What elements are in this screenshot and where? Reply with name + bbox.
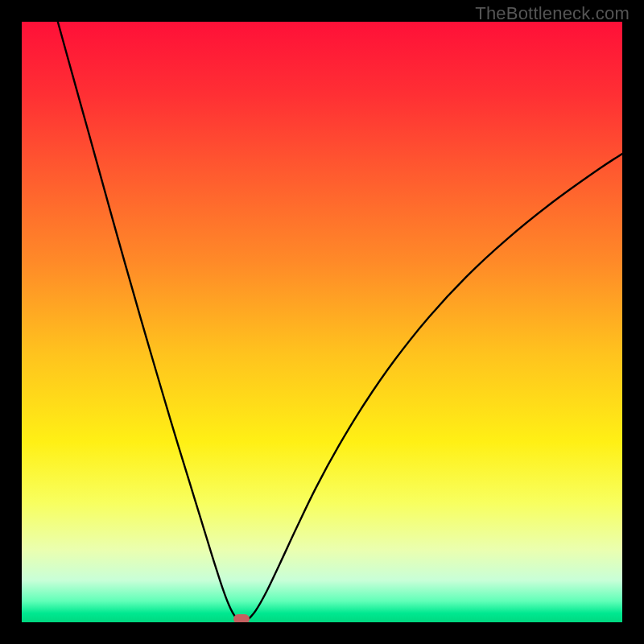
watermark-text: TheBottleneck.com	[475, 3, 630, 24]
chart-curve	[22, 22, 622, 622]
curve-minimum-marker	[233, 614, 250, 622]
chart-plot-area	[22, 22, 622, 622]
